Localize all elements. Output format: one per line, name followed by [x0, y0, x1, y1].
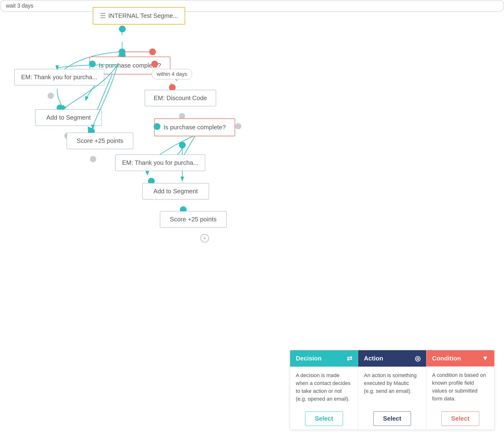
connector-dec1-left: [89, 61, 96, 67]
condition-body-text: A condition is based on known profile fi…: [432, 372, 486, 402]
condition-icon: ▼: [482, 355, 489, 362]
add-segment1-node[interactable]: Add to Segment: [35, 109, 102, 126]
segment-node[interactable]: ☰ INTERNAL Test Segme...: [93, 7, 185, 24]
connector-seg-wait: [119, 26, 126, 32]
svg-point-3: [149, 49, 156, 55]
decision-card: Decision ⇄ A decision is made when a con…: [290, 350, 358, 430]
decision-body: A decision is made when a contact decide…: [290, 367, 358, 407]
score2-node[interactable]: Score +25 points: [160, 211, 226, 228]
segment-icon: ☰: [100, 12, 106, 20]
add-step-button[interactable]: +: [200, 234, 209, 242]
decision-body-text: A decision is made when a contact decide…: [296, 372, 350, 402]
wait-node[interactable]: wait 3 days: [0, 0, 504, 12]
step-type-panel: Decision ⇄ A decision is made when a con…: [290, 350, 494, 430]
em-discount-label: EM: Discount Code: [154, 94, 207, 102]
decision2-node[interactable]: Is purchase complete?: [154, 119, 235, 136]
score1-label: Score +25 points: [77, 137, 123, 145]
action-body: An action is something executed by Mauti…: [358, 367, 426, 407]
action-header: Action ◎: [358, 350, 426, 367]
connector-dec2-right: [235, 123, 241, 129]
connector-dec2-bottom: [179, 142, 185, 148]
em-discount-node[interactable]: EM: Discount Code: [145, 90, 216, 106]
add-segment2-node[interactable]: Add to Segment: [142, 183, 209, 199]
action-card: Action ◎ An action is something executed…: [358, 350, 426, 430]
em-thankyou1-node[interactable]: EM: Thank you for purcha...: [14, 69, 104, 85]
score1-node[interactable]: Score +25 points: [67, 133, 133, 149]
connector-em1-bottom: [48, 93, 54, 99]
condition-title: Condition: [432, 355, 461, 362]
connector-dec1-right: [151, 61, 158, 67]
wait-label: wait 3 days: [6, 3, 33, 9]
score2-label: Score +25 points: [170, 216, 216, 223]
decision-footer: Select: [290, 407, 358, 430]
action-select-button[interactable]: Select: [373, 411, 411, 426]
connector-score1-bottom: [90, 156, 96, 162]
condition-header: Condition ▼: [426, 350, 494, 366]
within-badge: within 4 days: [152, 69, 192, 79]
condition-footer: Select: [426, 407, 494, 430]
add-segment1-label: Add to Segment: [46, 114, 91, 121]
em-thankyou2-node[interactable]: EM: Thank you for purcha...: [115, 155, 205, 171]
em-thankyou2-label: EM: Thank you for purcha...: [122, 159, 198, 166]
add-segment2-label: Add to Segment: [154, 188, 198, 195]
action-body-text: An action is something executed by Mauti…: [364, 372, 416, 394]
condition-card: Condition ▼ A condition is based on know…: [426, 350, 494, 430]
action-footer: Select: [358, 407, 426, 430]
condition-select-button[interactable]: Select: [442, 411, 479, 426]
connector-dec2-left: [154, 123, 160, 130]
decision-header: Decision ⇄: [290, 350, 358, 367]
em-thankyou1-label: EM: Thank you for purcha...: [21, 73, 97, 81]
within-label: within 4 days: [157, 71, 187, 77]
decision-title: Decision: [296, 355, 321, 362]
action-icon: ◎: [415, 355, 421, 362]
condition-body: A condition is based on known profile fi…: [426, 366, 494, 407]
decision2-label: Is purchase complete?: [164, 124, 226, 131]
segment-label: INTERNAL Test Segme...: [108, 12, 178, 20]
action-title: Action: [364, 355, 383, 362]
decision-select-button[interactable]: Select: [305, 411, 343, 426]
decision-icon: ⇄: [347, 355, 352, 362]
